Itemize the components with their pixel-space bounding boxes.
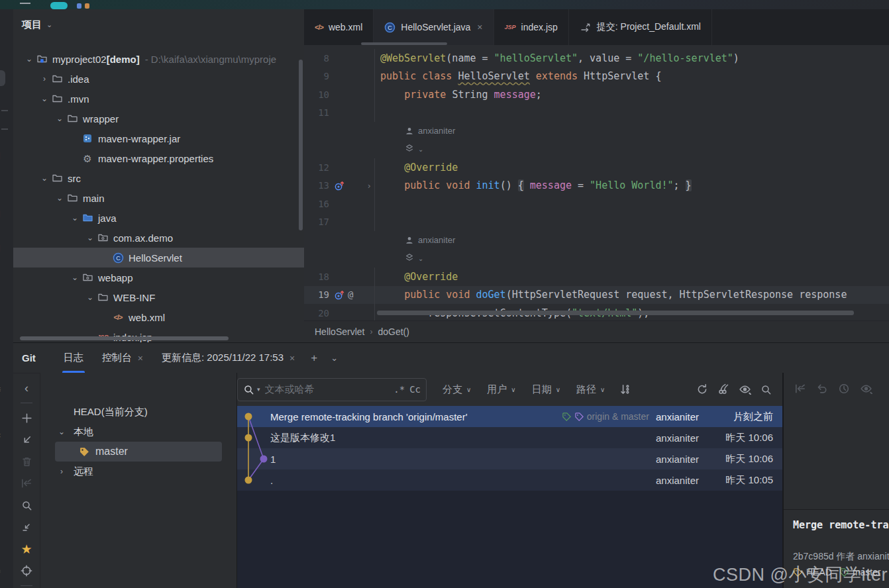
chevron-down-icon[interactable]: ⌄: [418, 146, 423, 153]
editor-tab-----project-default-xml[interactable]: 提交: Project_Default.xml: [569, 9, 712, 45]
add-tab-button[interactable]: +: [304, 352, 324, 365]
editor-horizontal-scrollbar[interactable]: [377, 311, 854, 315]
tree-item-web-inf[interactable]: ⌄WEB-INF: [13, 287, 304, 307]
breadcrumb-class[interactable]: HelloServlet: [315, 326, 364, 337]
tool-window-stripe[interactable]: ▯▯▯≡=›]◌: [0, 9, 14, 588]
chevron-down-icon[interactable]: ⌄: [68, 213, 81, 222]
commit-row[interactable]: 这是版本修改1anxianiter昨天 10:06: [237, 427, 782, 448]
code-line-19[interactable]: 19@ public void doGet(HttpServletRequest…: [304, 286, 889, 305]
tool-stripe-icon[interactable]: ◌: [0, 565, 1, 576]
code-line-10[interactable]: 10 private String message;: [304, 85, 889, 104]
code-line-11[interactable]: 11: [304, 104, 889, 122]
code-line-18[interactable]: 18 @Override: [304, 268, 889, 286]
commit-row[interactable]: Merge remote-tracking branch 'origin/mas…: [237, 406, 782, 427]
commit-hash[interactable]: 2b7c985d: [793, 551, 834, 562]
code-line-8[interactable]: 8@WebServlet(name = "helloServlet", valu…: [304, 49, 889, 68]
arrow-down-left-small-button[interactable]: [19, 520, 34, 534]
tool-stripe-icon[interactable]: =: [0, 430, 1, 441]
tree-item-maven-wrapper-jar[interactable]: maven-wrapper.jar: [13, 128, 304, 148]
chevron-down-icon[interactable]: ⌄: [38, 173, 51, 183]
tabs-dropdown-icon[interactable]: ⌄: [324, 353, 344, 363]
add-button[interactable]: [19, 411, 34, 425]
chevron-down-icon[interactable]: ⌄: [46, 21, 52, 29]
branch-item-master[interactable]: master: [55, 442, 222, 462]
target-button[interactable]: [19, 564, 34, 578]
back-button[interactable]: ‹: [19, 381, 34, 395]
chevron-down-icon[interactable]: ⌄: [53, 114, 66, 123]
tree-item-webapp[interactable]: ⌄webapp: [13, 268, 304, 287]
branch-remote-group[interactable]: › 远程: [40, 462, 236, 481]
search-button[interactable]: [760, 384, 772, 395]
project-horizontal-scrollbar[interactable]: [20, 336, 229, 340]
chevron-right-icon[interactable]: ›: [38, 74, 51, 83]
git-tab-控制台[interactable]: 控制台×: [93, 343, 152, 373]
tree-item-maven-wrapper-properties[interactable]: ⚙maven-wrapper.properties: [13, 148, 304, 168]
chevron-down-icon[interactable]: ⌄: [83, 233, 97, 242]
editor-tab-index-jsp[interactable]: JSPindex.jsp: [494, 9, 569, 45]
chevron-down-icon[interactable]: ⌄: [418, 255, 423, 262]
filter-日期[interactable]: 日期∨: [532, 383, 560, 396]
match-case-toggle[interactable]: Cc: [409, 384, 421, 395]
run-widget-button[interactable]: [50, 2, 68, 9]
tree-item-wrapper[interactable]: ⌄wrapper: [13, 109, 304, 128]
branch-head-item[interactable]: HEAD(当前分支): [40, 402, 236, 422]
cherry-button[interactable]: [717, 383, 729, 395]
tree-item-myproject02[interactable]: ⌄myproject02 [demo]- D:\kaifa\ax\xiangmu…: [13, 49, 304, 69]
chevron-down-icon[interactable]: ⌄: [38, 94, 51, 103]
chevron-down-icon[interactable]: ⌄: [68, 273, 81, 282]
code-line-9[interactable]: 9public class HelloServlet extends HttpS…: [304, 68, 889, 86]
log-search-input[interactable]: ▾ 文本或哈希 .* Cc: [237, 378, 427, 401]
tool-stripe-icon[interactable]: ≡: [0, 384, 1, 395]
commit-row[interactable]: 1anxianiter昨天 10:06: [237, 448, 782, 469]
project-vertical-scrollbar[interactable]: [299, 60, 303, 230]
override-gutter-icon[interactable]: [334, 289, 345, 301]
filter-路径[interactable]: 路径∨: [576, 383, 605, 396]
override-gutter-icon[interactable]: [334, 180, 345, 191]
eye-button[interactable]: [739, 384, 751, 395]
search-button[interactable]: [19, 498, 34, 513]
filter-用户[interactable]: 用户∨: [487, 383, 515, 396]
close-icon[interactable]: ×: [477, 22, 482, 32]
code-line-13[interactable]: 13› public void init() { message = "Hell…: [304, 177, 889, 195]
tree-item-src[interactable]: ⌄src: [13, 168, 304, 188]
project-panel-title[interactable]: 项目: [22, 19, 42, 31]
code-vision-inlay[interactable]: ⌄: [304, 140, 889, 159]
git-tab-日志[interactable]: 日志: [54, 343, 93, 373]
search-options-caret-icon[interactable]: ▾: [257, 386, 260, 393]
editor-tab-web-xml[interactable]: </>web.xml: [304, 9, 374, 45]
close-icon[interactable]: ×: [289, 353, 295, 364]
at-gutter-icon[interactable]: @: [348, 289, 353, 300]
tree-item-com-ax-demo[interactable]: ⌄com.ax.demo: [13, 228, 304, 248]
regex-toggle[interactable]: .*: [393, 384, 405, 395]
tree-item-main[interactable]: ⌄main: [13, 188, 304, 208]
code-editor[interactable]: 8@WebServlet(name = "helloServlet", valu…: [304, 45, 889, 321]
arrow-down-left-button[interactable]: [19, 432, 34, 447]
star-button[interactable]: ★: [19, 542, 34, 556]
breadcrumb-method[interactable]: doGet(): [378, 326, 409, 337]
refresh-button[interactable]: [696, 383, 708, 395]
tree-item-web-xml[interactable]: </>web.xml: [13, 307, 304, 327]
editor-tab-helloservlet-java[interactable]: CHelloServlet.java×: [374, 9, 494, 45]
tool-stripe-icon[interactable]: ▯: [0, 208, 1, 219]
chevron-down-icon[interactable]: ⌄: [23, 54, 36, 64]
branch-local-group[interactable]: ⌄ 本地: [40, 422, 236, 442]
chevron-down-icon[interactable]: ⌄: [53, 193, 66, 203]
code-line-16[interactable]: 16: [304, 195, 889, 213]
tree-item-java[interactable]: ⌄java: [13, 208, 304, 228]
tool-stripe-icon[interactable]: ▯: [0, 242, 1, 253]
filter-分支[interactable]: 分支∨: [443, 383, 471, 396]
code-line-12[interactable]: 12 @Override: [304, 158, 889, 177]
chevron-down-icon[interactable]: ⌄: [55, 427, 68, 436]
sort-icon[interactable]: [619, 383, 631, 395]
tree-item--idea[interactable]: ›.idea: [13, 69, 304, 89]
tree-item--mvn[interactable]: ⌄.mvn: [13, 89, 304, 109]
code-vision-inlay[interactable]: ⌄: [304, 250, 889, 268]
chevron-right-icon[interactable]: ›: [55, 467, 68, 476]
commit-row[interactable]: .anxianiter昨天 10:05: [237, 469, 782, 491]
tool-stripe-icon[interactable]: ▯: [0, 150, 1, 160]
chevron-down-icon[interactable]: ⌄: [83, 293, 97, 302]
close-icon[interactable]: ×: [138, 353, 143, 364]
code-line-17[interactable]: 17: [304, 213, 889, 232]
git-tab-更新信息--2025-11-22-17-53[interactable]: 更新信息: 2025/11/22 17:53×: [152, 343, 304, 373]
branch-search-button[interactable]: [40, 373, 236, 402]
